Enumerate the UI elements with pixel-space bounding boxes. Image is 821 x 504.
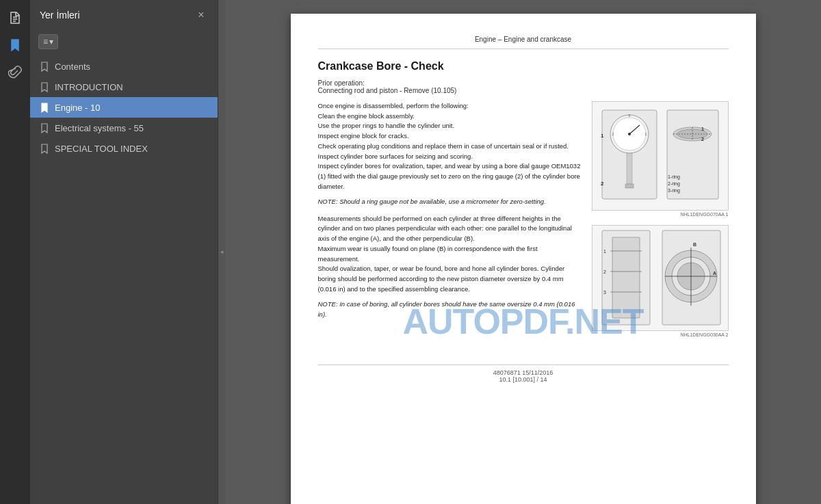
document-icon[interactable] <box>3 5 27 30</box>
sidebar-header: Yer İmleri × <box>30 0 218 30</box>
bookmark-label-electrical: Electrical systems - 55 <box>55 123 144 133</box>
svg-point-4 <box>628 133 631 135</box>
svg-text:2: 2 <box>603 269 606 274</box>
pdf-section-title: Crankcase Bore - Check <box>318 60 729 72</box>
close-sidebar-button[interactable]: × <box>194 8 208 22</box>
svg-text:A: A <box>713 271 716 276</box>
svg-text:0: 0 <box>628 114 630 118</box>
sidebar-panel: Yer İmleri × ≡ ▾ Contents INTRODUCTION E <box>30 0 218 504</box>
sidebar-resizer[interactable] <box>218 0 225 504</box>
bookmark-item-engine[interactable]: Engine - 10 <box>30 97 218 118</box>
bookmark-item-special-tool[interactable]: SPECIAL TOOL INDEX <box>30 138 218 159</box>
pdf-diagram-1: 0 1 2 1 2 <box>592 101 729 211</box>
svg-text:3-ring: 3-ring <box>668 188 680 194</box>
bookmark-label-introduction: INTRODUCTION <box>55 82 123 92</box>
bookmark-label-engine: Engine - 10 <box>55 103 101 113</box>
pdf-diagram-2: 1 2 3 <box>592 225 729 331</box>
pdf-diagram-2-caption: NHL1DENGG030AA 2 <box>592 332 729 337</box>
paperclip-icon[interactable] <box>3 60 27 85</box>
main-content: Engine – Engine and crankcase Crankcase … <box>225 0 821 504</box>
svg-text:1: 1 <box>701 127 704 131</box>
pdf-body-paragraph-2: Measurements should be performed on each… <box>318 214 581 295</box>
bookmark-nav-icon[interactable] <box>3 33 27 57</box>
svg-text:1: 1 <box>603 249 606 254</box>
sidebar-toolbar: ≡ ▾ <box>30 30 218 53</box>
bookmark-icon-introduction <box>40 81 49 92</box>
pdf-content-area: Once engine is disassembled, perform the… <box>318 101 729 337</box>
prior-op-label: Prior operation: <box>318 79 365 87</box>
bookmark-list: Contents INTRODUCTION Engine - 10 Electr… <box>30 53 218 504</box>
svg-text:1: 1 <box>644 132 647 136</box>
pdf-diagram-1-container: 0 1 2 1 2 <box>592 101 729 217</box>
bookmark-item-electrical[interactable]: Electrical systems - 55 <box>30 118 218 138</box>
pdf-images-column: 0 1 2 1 2 <box>592 101 729 337</box>
pdf-page: Engine – Engine and crankcase Crankcase … <box>291 14 756 504</box>
bookmark-icon-engine <box>40 102 49 113</box>
pdf-note-2: NOTE: In case of boring, all cylinder bo… <box>318 300 581 319</box>
svg-rect-23 <box>612 237 640 318</box>
left-toolbar <box>0 0 30 504</box>
sidebar-view-button[interactable]: ≡ ▾ <box>38 34 58 49</box>
pdf-note-1: NOTE: Should a ring gauge not be availab… <box>318 197 581 207</box>
svg-text:1: 1 <box>601 133 604 139</box>
pdf-prior-op: Prior operation: Connecting rod and pist… <box>318 79 729 94</box>
sidebar-header-left: Yer İmleri <box>40 10 80 21</box>
bookmark-item-introduction[interactable]: INTRODUCTION <box>30 77 218 97</box>
svg-rect-9 <box>625 184 634 188</box>
svg-text:2: 2 <box>701 137 704 142</box>
svg-text:1-ring: 1-ring <box>668 174 680 180</box>
prior-op-value: Connecting rod and piston - Remove (10.1… <box>318 87 457 94</box>
bookmark-icon-special-tool <box>40 143 49 154</box>
pdf-text-column: Once engine is disassembled, perform the… <box>318 101 581 337</box>
pdf-viewer[interactable]: Engine – Engine and crankcase Crankcase … <box>225 0 821 504</box>
svg-text:3: 3 <box>603 290 606 295</box>
svg-text:B: B <box>693 242 696 247</box>
pdf-page-header: Engine – Engine and crankcase <box>318 36 729 49</box>
svg-text:2-ring: 2-ring <box>668 181 680 187</box>
bookmark-item-contents[interactable]: Contents <box>30 56 218 77</box>
pdf-footer-line1: 48076871 15/11/2016 <box>318 369 729 376</box>
bookmark-icon-electrical <box>40 122 49 133</box>
svg-text:2: 2 <box>601 181 604 187</box>
sidebar-title: Yer İmleri <box>40 10 80 21</box>
pdf-diagram-1-caption: NHL1DENGG070AA 1 <box>592 212 729 217</box>
svg-text:2: 2 <box>612 132 614 136</box>
pdf-footer: 48076871 15/11/2016 10.1 [10.001] / 14 <box>318 364 729 383</box>
svg-rect-8 <box>627 153 632 184</box>
bookmark-icon-contents <box>40 61 49 72</box>
bookmark-label-contents: Contents <box>55 62 90 72</box>
pdf-footer-line2: 10.1 [10.001] / 14 <box>318 376 729 383</box>
pdf-body-paragraph-1: Once engine is disassembled, perform the… <box>318 101 581 191</box>
bookmark-label-special-tool: SPECIAL TOOL INDEX <box>55 144 148 154</box>
pdf-diagram-2-container: 1 2 3 <box>592 225 729 337</box>
